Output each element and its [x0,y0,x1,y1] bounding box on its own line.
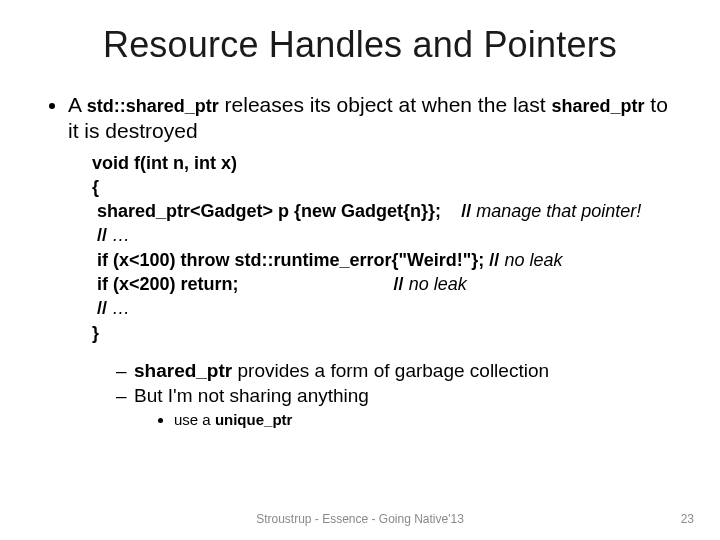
code-line: if (x<200) return; [97,274,239,294]
code-line: // [97,298,107,318]
code-comment: … [112,298,130,318]
code-line: void f(int n, int x) [92,153,237,173]
bullet-intro: A std::shared_ptr releases its object at… [68,92,676,430]
subsub-bullet-list: use a unique_ptr [134,410,676,430]
code-block: void f(int n, int x) { shared_ptr<Gadget… [92,151,676,345]
sub-bullet: shared_ptr provides a form of garbage co… [116,359,676,384]
bullet-list: A std::shared_ptr releases its object at… [44,92,676,430]
slide-title: Resource Handles and Pointers [0,0,720,74]
subsub-bullet: use a unique_ptr [174,410,676,430]
page-number: 23 [681,512,694,526]
code-comment: no leak [504,250,562,270]
sub-bullet: But I'm not sharing anything use a uniqu… [116,384,676,430]
code-comment: // [461,201,471,221]
code-line: { [92,177,99,197]
code-comment: … [112,225,130,245]
code-line: if (x<100) throw std::runtime_error{"Wei… [97,250,484,270]
intro-text: A std::shared_ptr releases its object at… [68,93,668,142]
code-line: } [92,323,99,343]
code-line: // [97,225,107,245]
code-comment: manage that pointer! [476,201,641,221]
sub-bullet-list: shared_ptr provides a form of garbage co… [92,359,676,430]
slide-body: A std::shared_ptr releases its object at… [0,92,720,430]
footer-text: Stroustrup - Essence - Going Native'13 [0,512,720,526]
slide: Resource Handles and Pointers A std::sha… [0,0,720,540]
code-comment: // [489,250,499,270]
code-line: shared_ptr<Gadget> p {new Gadget{n}}; [97,201,441,221]
code-comment: no leak [409,274,467,294]
code-comment: // [394,274,404,294]
